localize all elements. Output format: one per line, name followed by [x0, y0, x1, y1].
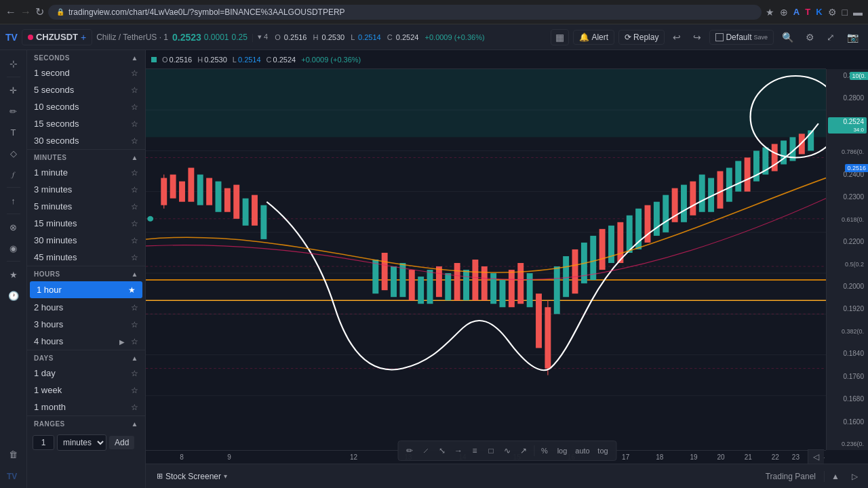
ext-icon-6[interactable]: ⚙: [828, 7, 837, 18]
item-30-minutes[interactable]: 30 minutes ☆: [27, 232, 145, 249]
svg-rect-53: [572, 249, 578, 293]
star-2-hours[interactable]: ☆: [131, 303, 138, 312]
item-1-day[interactable]: 1 day ☆: [27, 365, 145, 382]
item-1-week[interactable]: 1 week ☆: [27, 382, 145, 399]
url-text[interactable]: tradingview.com/chart/4LwVae0L/?symbol=B…: [68, 7, 345, 17]
draw-horizontal-btn[interactable]: ⟋: [418, 443, 433, 458]
draw-curve-btn[interactable]: ∿: [500, 443, 515, 458]
draw-pencil-btn[interactable]: ✏: [402, 443, 417, 458]
tool-shape[interactable]: ◇: [4, 144, 23, 163]
redo-btn[interactable]: ↪: [689, 30, 705, 45]
symbol-selector[interactable]: CHZUSDT +: [22, 29, 92, 45]
ranges-section-header[interactable]: RANGES ▲: [27, 415, 145, 430]
item-1-month[interactable]: 1 month ☆: [27, 399, 145, 415]
item-15-seconds[interactable]: 15 seconds ☆: [27, 115, 145, 132]
item-3-minutes[interactable]: 3 minutes ☆: [27, 181, 145, 198]
svg-rect-67: [699, 175, 705, 212]
star-5-minutes[interactable]: ☆: [131, 202, 138, 211]
draw-channel-btn[interactable]: ⤡: [435, 443, 450, 458]
star-30-minutes[interactable]: ☆: [131, 236, 138, 245]
star-1-hour[interactable]: ★: [128, 285, 136, 295]
tool-text[interactable]: T: [4, 123, 23, 142]
tool-magnet[interactable]: ⊗: [4, 218, 23, 237]
search-btn[interactable]: 🔍: [778, 30, 797, 45]
tool-pencil[interactable]: ✏: [4, 102, 23, 121]
ext-icon-3[interactable]: A: [793, 7, 800, 18]
star-15-minutes[interactable]: ☆: [131, 219, 138, 228]
percent-btn[interactable]: %: [537, 443, 552, 458]
ext-icon-7[interactable]: □: [842, 7, 848, 18]
hours-section-header[interactable]: HOURS ▲: [27, 266, 145, 281]
star-5-seconds[interactable]: ☆: [131, 85, 138, 95]
star-3-minutes[interactable]: ☆: [131, 185, 138, 195]
log-btn[interactable]: log: [553, 443, 571, 458]
item-2-hours[interactable]: 2 hours ☆: [27, 299, 145, 316]
fullscreen-btn[interactable]: ⤢: [823, 30, 839, 45]
item-4-hours[interactable]: 4 hours ☆ ▶: [27, 333, 145, 350]
ext-icon-4[interactable]: T: [805, 7, 810, 18]
tool-clock[interactable]: 🕐: [4, 286, 23, 305]
camera-btn[interactable]: 📷: [843, 30, 863, 45]
item-10-seconds[interactable]: 10 seconds ☆: [27, 98, 145, 115]
stock-screener-btn[interactable]: ⊞ Stock Screener ▾: [151, 470, 233, 483]
ext-icon-5[interactable]: K: [816, 7, 822, 18]
back-button[interactable]: ←: [5, 6, 16, 18]
alert-btn[interactable]: 🔔 Alert: [573, 30, 614, 45]
item-1-hour[interactable]: 1 hour ★: [30, 281, 142, 298]
undo-btn[interactable]: ↩: [669, 30, 685, 45]
range-unit-select[interactable]: minutes hours days: [57, 434, 106, 451]
star-30-seconds[interactable]: ☆: [131, 136, 138, 146]
scroll-left-btn[interactable]: ◁: [811, 451, 821, 462]
tool-crosshair[interactable]: ✛: [4, 81, 23, 100]
days-section-header[interactable]: DAYS ▲: [27, 350, 145, 365]
add-range-btn[interactable]: Add: [109, 436, 134, 449]
date-22: 22: [772, 453, 779, 461]
layout-btn[interactable]: ▦: [551, 29, 569, 45]
default-btn[interactable]: Default Save: [709, 30, 774, 45]
tool-trash[interactable]: 🗑: [4, 445, 23, 464]
star-1-month[interactable]: ☆: [131, 403, 138, 412]
draw-arrow-btn[interactable]: →: [451, 443, 466, 458]
range-value-input[interactable]: [33, 435, 54, 450]
star-3-hours[interactable]: ☆: [131, 320, 138, 329]
item-1-second[interactable]: 1 second ☆: [27, 64, 145, 81]
tool-arrow-up[interactable]: ↑: [4, 191, 23, 210]
star-4-hours[interactable]: ☆: [131, 337, 138, 346]
star-1-second[interactable]: ☆: [131, 68, 138, 78]
item-15-minutes[interactable]: 15 minutes ☆: [27, 215, 145, 232]
seconds-section-header[interactable]: SECONDS ▲: [27, 50, 145, 64]
star-10-seconds[interactable]: ☆: [131, 102, 138, 112]
forward-button[interactable]: →: [20, 6, 31, 18]
star-15-seconds[interactable]: ☆: [131, 119, 138, 129]
tool-star[interactable]: ★: [4, 265, 23, 284]
draw-parallel-btn[interactable]: ≡: [467, 443, 482, 458]
item-45-minutes[interactable]: 45 minutes ☆: [27, 249, 145, 266]
replay-btn[interactable]: ⟳ Replay: [618, 30, 665, 45]
star-1-week[interactable]: ☆: [131, 386, 138, 395]
item-1-minute[interactable]: 1 minute ☆: [27, 164, 145, 181]
bottom-scroll-right-btn[interactable]: ▷: [846, 468, 863, 485]
auto-btn[interactable]: auto: [572, 443, 593, 458]
star-1-minute[interactable]: ☆: [131, 168, 138, 178]
tog-btn[interactable]: tog: [594, 443, 612, 458]
tool-eye[interactable]: ◉: [4, 239, 23, 258]
add-symbol-btn[interactable]: +: [81, 32, 86, 43]
draw-rect-btn[interactable]: □: [484, 443, 498, 458]
item-5-minutes[interactable]: 5 minutes ☆: [27, 198, 145, 215]
ext-icon-2[interactable]: ⊕: [780, 7, 788, 18]
item-3-hours[interactable]: 3 hours ☆: [27, 316, 145, 333]
trading-panel-btn[interactable]: Trading Panel: [760, 470, 821, 483]
draw-arrow2-btn[interactable]: ↗: [516, 443, 531, 458]
minutes-section-header[interactable]: MINUTES ▲: [27, 149, 145, 164]
ext-icon-1[interactable]: ★: [766, 7, 774, 18]
item-30-seconds[interactable]: 30 seconds ☆: [27, 132, 145, 149]
ext-icon-8[interactable]: ▬: [853, 7, 863, 18]
tool-fib[interactable]: 𝑓: [4, 165, 23, 184]
star-45-minutes[interactable]: ☆: [131, 253, 138, 262]
tool-cursor[interactable]: ⊹: [4, 54, 23, 73]
star-1-day[interactable]: ☆: [131, 369, 138, 378]
expand-collapse-btn[interactable]: ▲: [827, 468, 844, 485]
item-5-seconds[interactable]: 5 seconds ☆: [27, 81, 145, 98]
reload-button[interactable]: ↻: [35, 5, 44, 18]
settings-btn[interactable]: ⚙: [802, 30, 818, 45]
